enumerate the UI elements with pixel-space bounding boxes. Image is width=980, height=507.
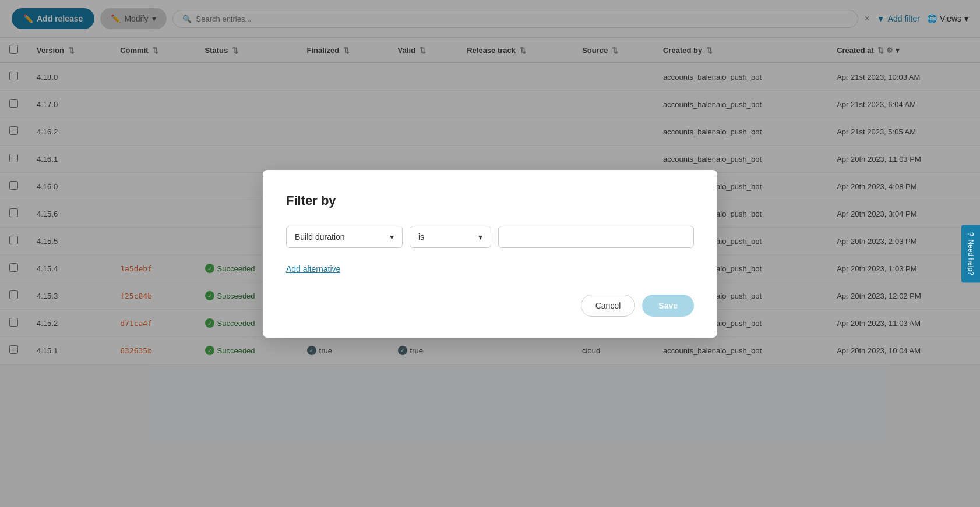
help-icon: ? xyxy=(966,232,975,236)
filter-row: Build duration ▾ is ▾ xyxy=(286,226,694,248)
chevron-down-icon: ▾ xyxy=(478,232,482,242)
save-button[interactable]: Save xyxy=(642,295,694,317)
filter-field-select[interactable]: Build duration ▾ xyxy=(286,226,403,248)
filter-field-label: Build duration xyxy=(295,232,345,242)
filter-value-input[interactable] xyxy=(498,226,694,248)
need-help-label: Need help? xyxy=(967,240,975,275)
modal-title: Filter by xyxy=(286,193,694,208)
modal-actions: Cancel Save xyxy=(286,295,694,317)
cancel-button[interactable]: Cancel xyxy=(581,295,636,317)
filter-operator-select[interactable]: is ▾ xyxy=(410,226,491,248)
filter-modal: Filter by Build duration ▾ is ▾ Add alte… xyxy=(263,170,717,338)
filter-modal-overlay[interactable]: Filter by Build duration ▾ is ▾ Add alte… xyxy=(0,0,980,364)
need-help-panel: ? Need help? xyxy=(961,225,980,282)
add-alternative-button[interactable]: Add alternative xyxy=(286,264,340,274)
chevron-down-icon: ▾ xyxy=(390,232,394,242)
need-help-button[interactable]: ? Need help? xyxy=(961,225,980,282)
filter-operator-label: is xyxy=(418,232,424,242)
